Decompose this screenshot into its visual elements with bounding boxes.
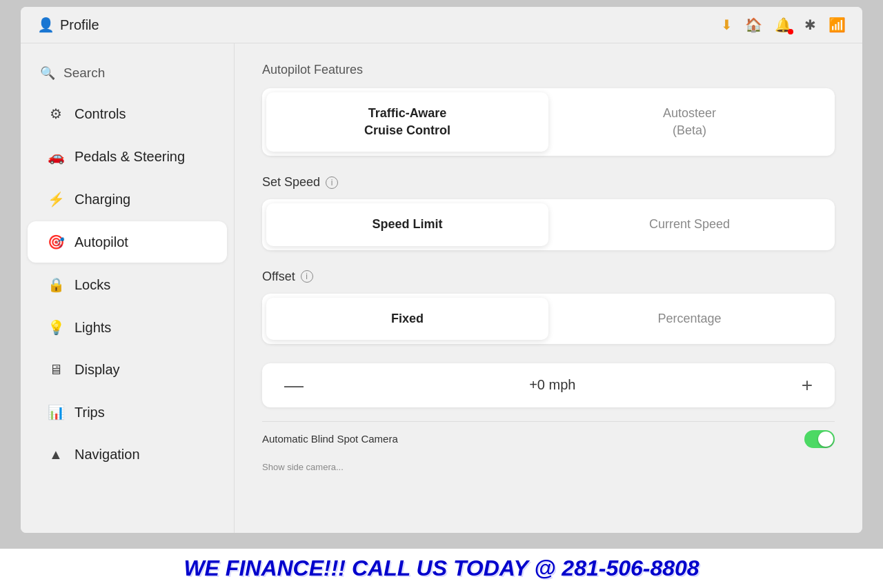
traffic-aware-line1: Traffic-Aware [275, 105, 540, 122]
main-screen: 👤 Profile ⬇ 🏠 🔔 ✱ 📶 🔍 Search ⚙ Controls [21, 7, 862, 533]
bluetooth-icon[interactable]: ✱ [804, 17, 816, 33]
blind-spot-label: Automatic Blind Spot Camera [262, 433, 398, 445]
content-area: Autopilot Features Traffic-Aware Cruise … [235, 43, 862, 533]
sidebar: 🔍 Search ⚙ Controls 🚗 Pedals & Steering … [21, 43, 235, 533]
bell-icon[interactable]: 🔔 [775, 17, 792, 33]
controls-icon: ⚙ [47, 105, 65, 122]
bottom-banner: WE FINANCE!!! CALL US TODAY @ 281-506-88… [0, 549, 883, 588]
sidebar-item-locks[interactable]: 🔒 Locks [28, 264, 227, 305]
autosteer-button[interactable]: Autosteer (Beta) [548, 92, 831, 152]
speed-value: +0 mph [529, 377, 575, 393]
traffic-aware-button[interactable]: Traffic-Aware Cruise Control [266, 92, 548, 152]
sidebar-item-navigation[interactable]: ▲ Navigation [28, 434, 227, 475]
increment-button[interactable]: + [791, 367, 824, 403]
search-item[interactable]: 🔍 Search [21, 54, 234, 92]
set-speed-info-icon[interactable]: i [326, 176, 338, 189]
display-icon: 🖥 [47, 362, 65, 378]
trips-icon: 📊 [47, 404, 65, 420]
sidebar-item-charging[interactable]: ⚡ Charging [28, 179, 227, 220]
notification-dot [788, 29, 793, 34]
sidebar-item-pedals[interactable]: 🚗 Pedals & Steering [28, 136, 227, 177]
header-icons: ⬇ 🏠 🔔 ✱ 📶 [721, 17, 846, 33]
traffic-aware-line2: Cruise Control [275, 122, 540, 139]
autosteer-line2: (Beta) [557, 122, 822, 139]
sidebar-label-controls: Controls [75, 106, 126, 122]
sidebar-label-trips: Trips [75, 405, 105, 420]
decrement-icon: — [284, 374, 304, 396]
offset-section: Offset i [262, 270, 835, 284]
profile-icon: 👤 [37, 17, 54, 33]
blind-spot-row: Automatic Blind Spot Camera [262, 421, 835, 456]
charging-icon: ⚡ [47, 191, 65, 207]
sidebar-label-charging: Charging [75, 192, 130, 207]
current-speed-button[interactable]: Current Speed [548, 203, 831, 245]
offset-toggle: Fixed Percentage [262, 294, 835, 344]
sidebar-label-lights: Lights [75, 320, 111, 336]
search-label: Search [63, 65, 105, 81]
search-icon: 🔍 [40, 65, 55, 81]
fixed-label: Fixed [275, 310, 540, 327]
lights-icon: 💡 [47, 319, 65, 336]
sidebar-label-pedals: Pedals & Steering [75, 149, 185, 165]
header: 👤 Profile ⬇ 🏠 🔔 ✱ 📶 [21, 7, 862, 43]
signal-icon[interactable]: 📶 [829, 17, 846, 33]
increment-icon: + [802, 374, 813, 396]
profile-section[interactable]: 👤 Profile [37, 17, 99, 33]
download-icon[interactable]: ⬇ [721, 17, 733, 33]
autopilot-icon: 🎯 [47, 234, 65, 250]
offset-info-icon[interactable]: i [301, 270, 313, 283]
sidebar-label-navigation: Navigation [75, 447, 140, 463]
locks-icon: 🔒 [47, 276, 65, 293]
fixed-button[interactable]: Fixed [266, 298, 548, 340]
offset-label: Offset [262, 270, 295, 284]
autopilot-features-title: Autopilot Features [262, 63, 835, 77]
sidebar-label-locks: Locks [75, 277, 110, 293]
speed-limit-button[interactable]: Speed Limit [266, 203, 548, 245]
banner-text: WE FINANCE!!! CALL US TODAY @ 281-506-88… [14, 556, 869, 581]
blind-spot-toggle[interactable] [804, 430, 835, 448]
set-speed-toggle: Speed Limit Current Speed [262, 199, 835, 250]
autopilot-feature-toggle: Traffic-Aware Cruise Control Autosteer (… [262, 88, 835, 156]
sidebar-label-display: Display [75, 362, 120, 378]
profile-label: Profile [60, 17, 99, 33]
show-side-label: Show side camera... [262, 456, 835, 478]
main-layout: 🔍 Search ⚙ Controls 🚗 Pedals & Steering … [21, 43, 862, 533]
speed-stepper: — +0 mph + [262, 363, 835, 407]
percentage-label: Percentage [557, 310, 822, 327]
autosteer-line1: Autosteer [557, 105, 822, 122]
decrement-button[interactable]: — [273, 367, 315, 403]
percentage-button[interactable]: Percentage [548, 298, 831, 340]
sidebar-item-trips[interactable]: 📊 Trips [28, 392, 227, 433]
sidebar-item-autopilot[interactable]: 🎯 Autopilot [28, 221, 227, 263]
set-speed-section: Set Speed i [262, 175, 835, 190]
pedals-icon: 🚗 [47, 148, 65, 165]
sidebar-item-lights[interactable]: 💡 Lights [28, 307, 227, 348]
navigation-icon: ▲ [47, 447, 65, 463]
sidebar-item-display[interactable]: 🖥 Display [28, 349, 227, 390]
sidebar-item-controls[interactable]: ⚙ Controls [28, 93, 227, 134]
speed-limit-label: Speed Limit [275, 216, 540, 233]
set-speed-label: Set Speed [262, 175, 320, 190]
current-speed-label: Current Speed [557, 216, 822, 233]
sidebar-label-autopilot: Autopilot [75, 234, 128, 250]
home-icon[interactable]: 🏠 [745, 17, 762, 33]
